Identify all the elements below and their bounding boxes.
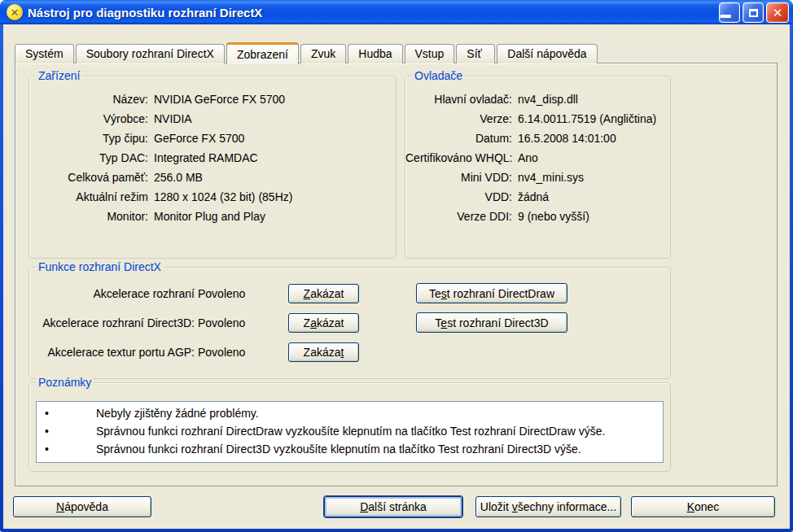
field-value: 6.14.0011.7519 (Angličtina) xyxy=(518,112,656,125)
note-item: •Správnou funkci rozhraní Direct3D vyzko… xyxy=(37,440,663,458)
bullet-icon: • xyxy=(45,440,49,458)
directx-features-group: Funkce rozhraní DirectX Akcelerace rozhr… xyxy=(28,267,671,379)
field-value: 1280 x 1024 (32 bit) (85Hz) xyxy=(154,190,292,203)
drivers-group: Ovladače Hlavní ovladač:nv4_disp.dll Ver… xyxy=(405,76,671,259)
button-label-part: Te xyxy=(429,287,441,300)
feature-label-directdraw: Akcelerace rozhraní xyxy=(29,287,195,300)
field-value: Ano xyxy=(518,151,538,164)
field-label: Datum: xyxy=(405,129,512,148)
driver-row-vdd: VDD:žádná xyxy=(405,187,670,207)
button-accel-letter: Z xyxy=(304,287,311,300)
field-value: Monitor Plug and Play xyxy=(154,210,265,223)
features-group-legend: Funkce rozhraní DirectX xyxy=(36,260,164,273)
field-label: Verze DDI: xyxy=(405,207,512,226)
button-label-part: ápověda xyxy=(64,500,108,513)
tab-more-help[interactable]: Další nápověda xyxy=(497,44,597,63)
display-tab-page: Zařízení Název:NVIDIA GeForce FX 5700 Vý… xyxy=(15,63,778,486)
tab-display[interactable]: Zobrazení xyxy=(226,42,299,64)
field-value: 256.0 MB xyxy=(154,171,203,184)
button-accel-letter: e xyxy=(440,316,447,329)
button-label-part: akázat xyxy=(310,287,344,300)
device-row-current-mode: Aktuální režim1280 x 1024 (32 bit) (85Hz… xyxy=(29,187,396,207)
disable-agp-texture-button[interactable]: Zakázat xyxy=(288,342,359,362)
dxdiag-window: ✕ Nástroj pro diagnostiku rozhraní Direc… xyxy=(0,0,793,532)
field-value: NVIDIA xyxy=(154,112,192,125)
tab-input[interactable]: Vstup xyxy=(405,44,455,63)
field-value: GeForce FX 5700 xyxy=(154,132,244,145)
feature-label-agp-texture: Akcelerace textur portu AGP: xyxy=(29,346,195,359)
bullet-icon: • xyxy=(45,404,49,422)
device-group: Zařízení Název:NVIDIA GeForce FX 5700 Vý… xyxy=(28,76,396,259)
button-accel-letter: t xyxy=(341,346,344,359)
minimize-icon: ▬ xyxy=(721,8,731,20)
disable-directdraw-button[interactable]: Zakázat xyxy=(288,284,359,303)
next-page-button[interactable]: Další stránka xyxy=(324,496,462,517)
button-label-part: šechny informace... xyxy=(518,500,616,513)
driver-row-version: Verze:6.14.0011.7519 (Angličtina) xyxy=(405,109,670,129)
maximize-icon xyxy=(749,9,758,17)
button-label-part: Z xyxy=(304,316,311,329)
note-item: •Nebyly zjištěny žádné problémy. xyxy=(37,404,663,422)
field-label: Verze: xyxy=(405,109,512,129)
feature-status-agp-texture: Povoleno xyxy=(198,346,245,359)
button-label-part: Uložit xyxy=(480,500,512,513)
driver-row-date: Datum:16.5.2008 14:01:00 xyxy=(405,129,670,148)
field-label: Typ čipu: xyxy=(29,129,148,148)
field-label: Certifikováno WHQL: xyxy=(405,148,512,168)
field-value: žádná xyxy=(518,190,549,203)
directx-app-icon: ✕ xyxy=(7,4,23,20)
device-row-memory: Celková paměť:256.0 MB xyxy=(29,168,396,187)
close-button[interactable]: ✕ xyxy=(766,2,789,23)
button-accel-letter: a xyxy=(310,316,317,329)
tab-network[interactable]: Síť xyxy=(456,44,495,63)
button-label-part: st rozhraní Direct3D xyxy=(447,316,548,329)
test-directdraw-button[interactable]: Test rozhraní DirectDraw xyxy=(416,283,567,303)
field-label: VDD: xyxy=(405,187,512,207)
disable-direct3d-button[interactable]: Zakázat xyxy=(288,313,359,333)
feature-status-directdraw: Povoleno xyxy=(198,287,245,300)
field-label: Hlavní ovladač: xyxy=(405,89,512,109)
close-icon: ✕ xyxy=(773,6,783,20)
note-text: Správnou funkci rozhraní DirectDraw vyzk… xyxy=(96,425,605,438)
title-bar[interactable]: ✕ Nástroj pro diagnostiku rozhraní Direc… xyxy=(0,0,793,24)
field-label: Mini VDD: xyxy=(405,168,512,187)
window-title: Nástroj pro diagnostiku rozhraní DirectX xyxy=(28,6,262,20)
field-value: 16.5.2008 14:01:00 xyxy=(518,132,616,145)
field-label: Celková paměť: xyxy=(29,168,148,187)
driver-row-whql: Certifikováno WHQL:Ano xyxy=(405,148,670,168)
button-accel-letter: s xyxy=(441,287,447,300)
field-label: Typ DAC: xyxy=(29,148,148,168)
save-all-information-button[interactable]: Uložit všechny informace... xyxy=(475,496,621,517)
field-label: Název: xyxy=(29,89,148,109)
button-label-part: onec xyxy=(694,500,719,513)
drivers-group-legend: Ovladače xyxy=(412,69,465,82)
device-group-legend: Zařízení xyxy=(36,69,82,82)
tab-music[interactable]: Hudba xyxy=(348,44,402,63)
feature-label-direct3d: Akcelerace rozhraní Direct3D: xyxy=(29,316,195,329)
exit-button[interactable]: Konec xyxy=(631,496,775,517)
feature-status-direct3d: Povoleno xyxy=(198,316,245,329)
note-item: •Správnou funkci rozhraní DirectDraw vyz… xyxy=(37,422,663,440)
device-row-dac-type: Typ DAC:Integrated RAMDAC xyxy=(29,148,396,168)
field-value: nv4_mini.sys xyxy=(518,171,584,184)
device-row-name: Název:NVIDIA GeForce FX 5700 xyxy=(29,89,396,109)
notes-group: Poznámky •Nebyly zjištěny žádné problémy… xyxy=(28,382,671,472)
field-label: Výrobce: xyxy=(29,109,148,129)
driver-row-mini-vdd: Mini VDD:nv4_mini.sys xyxy=(405,168,670,187)
maximize-button[interactable] xyxy=(743,2,764,23)
tab-system[interactable]: Systém xyxy=(15,44,74,63)
field-value: 9 (nebo vyšší) xyxy=(518,210,589,223)
button-accel-letter: K xyxy=(687,500,694,513)
driver-row-ddi-version: Verze DDI:9 (nebo vyšší) xyxy=(405,207,670,226)
minimize-button[interactable]: ▬ xyxy=(719,2,740,23)
tab-sound[interactable]: Zvuk xyxy=(300,44,346,63)
driver-row-main-driver: Hlavní ovladač:nv4_disp.dll xyxy=(405,89,670,109)
tab-directx-files[interactable]: Soubory rozhraní DirectX xyxy=(76,44,225,63)
test-direct3d-button[interactable]: Test rozhraní Direct3D xyxy=(416,312,567,333)
button-label-part: t rozhraní DirectDraw xyxy=(447,287,554,300)
field-value: nv4_disp.dll xyxy=(518,93,578,106)
notes-textbox[interactable]: •Nebyly zjištěny žádné problémy. •Správn… xyxy=(36,401,664,463)
help-button[interactable]: Nápověda xyxy=(13,496,151,517)
button-label-part: kázat xyxy=(317,316,344,329)
bullet-icon: • xyxy=(45,422,49,440)
